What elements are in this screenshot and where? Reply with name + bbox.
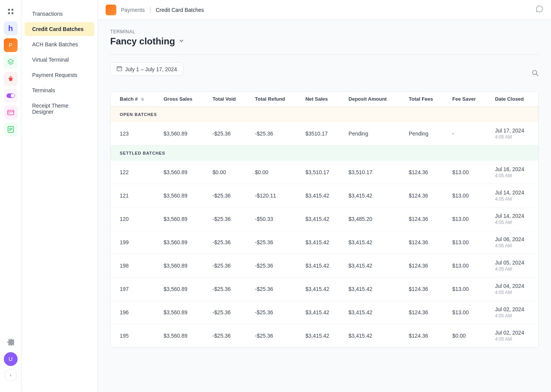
cell-batch: 120 <box>111 207 157 231</box>
terminal-chevron-icon[interactable] <box>178 37 185 46</box>
col-gross-sales: Gross Sales <box>157 91 206 107</box>
cell-net-sales: $3,415.42 <box>299 254 342 278</box>
gear-icon[interactable] <box>4 335 18 349</box>
cell-gross-sales: $3,560.89 <box>157 207 206 231</box>
cell-deposit-amount: $3,510.17 <box>342 161 403 184</box>
cell-net-sales: $3,415.42 <box>299 184 342 207</box>
cell-fee-saver: $13.00 <box>446 254 489 278</box>
cell-fee-saver: $13.00 <box>446 207 489 231</box>
nav-item-virtual-terminal[interactable]: Virtual Terminal <box>24 53 95 67</box>
h-logo-icon[interactable]: h <box>4 21 18 35</box>
col-total-refund: Total Refund <box>249 91 299 107</box>
cell-batch: 122 <box>111 161 157 184</box>
cell-deposit-amount: $3,415.42 <box>342 184 403 207</box>
cell-net-sales: $3,415.42 <box>299 278 342 301</box>
cell-fee-saver: $0.00 <box>446 324 489 348</box>
table-row[interactable]: 122 $3,560.89 $0.00 $0.00 $3,510.17 $3,5… <box>111 161 538 184</box>
cell-gross-sales: $3,560.89 <box>157 184 206 207</box>
terminal-label: Terminal <box>110 29 539 34</box>
cell-total-void: -$25.36 <box>206 122 249 145</box>
cell-total-fees: $124.36 <box>403 207 446 231</box>
cell-total-fees: $124.36 <box>403 184 446 207</box>
svg-rect-14 <box>117 67 122 71</box>
cell-total-fees: $124.36 <box>403 231 446 254</box>
col-net-sales: Net Sales <box>299 91 342 107</box>
table-header: Batch # ⇅ Gross Sales Total Void Total R… <box>111 91 538 107</box>
document-icon[interactable] <box>4 122 18 136</box>
date-filter-text: July 1 – July 17, 2024 <box>125 66 177 72</box>
cell-fee-saver: $13.00 <box>446 161 489 184</box>
cell-deposit-amount: $3,415.42 <box>342 301 403 324</box>
table-row[interactable]: 195 $3,560.89 -$25.36 -$25.36 $3,415.42 … <box>111 324 538 348</box>
table-row[interactable]: 199 $3,560.89 -$25.36 -$25.36 $3,415.42 … <box>111 231 538 254</box>
cell-total-refund: -$25.36 <box>249 231 299 254</box>
toggle-icon[interactable] <box>4 89 18 103</box>
svg-point-6 <box>11 94 15 98</box>
card-icon[interactable] <box>4 106 18 119</box>
cell-batch: 197 <box>111 278 157 301</box>
cell-date-closed: Jul 14, 20244:05 AM <box>489 184 538 207</box>
cell-total-refund: -$25.36 <box>249 254 299 278</box>
cell-batch: 199 <box>111 231 157 254</box>
cell-date-closed: Jul 16, 20244:05 AM <box>489 161 538 184</box>
calendar-icon <box>117 66 122 72</box>
cell-net-sales: $3,415.42 <box>299 231 342 254</box>
nav-item-payment-requests[interactable]: Payment Requests <box>24 68 95 82</box>
cell-total-fees: $124.36 <box>403 324 446 348</box>
nav-item-transactions[interactable]: Transactions <box>24 7 95 21</box>
cell-deposit-amount: $3,415.42 <box>342 278 403 301</box>
table-row[interactable]: 197 $3,560.89 -$25.36 -$25.36 $3,415.42 … <box>111 278 538 301</box>
cell-gross-sales: $3,560.89 <box>157 122 206 145</box>
payments-icon[interactable]: P <box>4 38 18 52</box>
cell-total-fees: $124.36 <box>403 278 446 301</box>
cell-total-void: -$25.36 <box>206 207 249 231</box>
table-row[interactable]: 196 $3,560.89 -$25.36 -$25.36 $3,415.42 … <box>111 301 538 324</box>
cell-deposit-amount: Pending <box>342 122 403 145</box>
settled-batches-header: SETTLED BATCHES <box>111 145 538 161</box>
divider <box>110 54 539 55</box>
cell-total-refund: -$120.11 <box>249 184 299 207</box>
layers-icon[interactable] <box>4 55 18 69</box>
date-filter-button[interactable]: July 1 – July 17, 2024 <box>110 62 183 76</box>
chat-icon[interactable] <box>536 5 543 15</box>
batches-table: Batch # ⇅ Gross Sales Total Void Total R… <box>111 91 538 348</box>
content-area: Terminal Fancy clothing <box>98 20 551 392</box>
batches-table-wrapper: Batch # ⇅ Gross Sales Total Void Total R… <box>110 91 539 348</box>
table-row[interactable]: 123 $3,560.89 -$25.36 -$25.36 $3510.17 P… <box>111 122 538 145</box>
cell-total-fees: $124.36 <box>403 301 446 324</box>
bucket-icon[interactable] <box>4 72 18 86</box>
cell-gross-sales: $3,560.89 <box>157 231 206 254</box>
breadcrumb-payments: Payments <box>121 7 145 13</box>
nav-item-receipt-theme-designer[interactable]: Receipt Theme Designer <box>24 99 95 119</box>
user-avatar[interactable]: U <box>4 352 18 366</box>
expand-button[interactable]: › <box>5 369 17 381</box>
svg-point-18 <box>533 70 537 74</box>
cell-date-closed: Jul 17, 20244:05 AM <box>489 122 538 145</box>
table-row[interactable]: 121 $3,560.89 -$25.36 -$120.11 $3,415.42… <box>111 184 538 207</box>
table-row[interactable]: 120 $3,560.89 -$25.36 -$50.33 $3,415.42 … <box>111 207 538 231</box>
table-row[interactable]: 198 $3,560.89 -$25.36 -$25.36 $3,415.42 … <box>111 254 538 278</box>
nav-item-credit-card-batches[interactable]: Credit Card Batches <box>24 22 95 36</box>
cell-net-sales: $3,415.42 <box>299 207 342 231</box>
cell-batch: 121 <box>111 184 157 207</box>
cell-fee-saver: $13.00 <box>446 231 489 254</box>
cell-gross-sales: $3,560.89 <box>157 324 206 348</box>
search-button[interactable] <box>532 70 539 78</box>
grid-icon[interactable] <box>4 5 18 18</box>
cell-deposit-amount: $3,415.42 <box>342 231 403 254</box>
open-batches-header: OPEN BATCHES <box>111 107 538 122</box>
col-date-closed: Date Closed <box>489 91 538 107</box>
cell-fee-saver: $13.00 <box>446 184 489 207</box>
nav-item-terminals[interactable]: Terminals <box>24 83 95 97</box>
col-batch[interactable]: Batch # ⇅ <box>111 91 157 107</box>
top-bar: Payments | Credit Card Batches <box>98 0 551 20</box>
svg-rect-3 <box>11 12 13 14</box>
cell-deposit-amount: $3,415.42 <box>342 324 403 348</box>
svg-rect-0 <box>8 9 10 11</box>
nav-item-ach-bank-batches[interactable]: ACH Bank Batches <box>24 38 95 51</box>
cell-total-void: -$25.36 <box>206 301 249 324</box>
cell-gross-sales: $3,560.89 <box>157 301 206 324</box>
col-total-fees: Total Fees <box>403 91 446 107</box>
cell-total-void: $0.00 <box>206 161 249 184</box>
cell-total-refund: -$50.33 <box>249 207 299 231</box>
